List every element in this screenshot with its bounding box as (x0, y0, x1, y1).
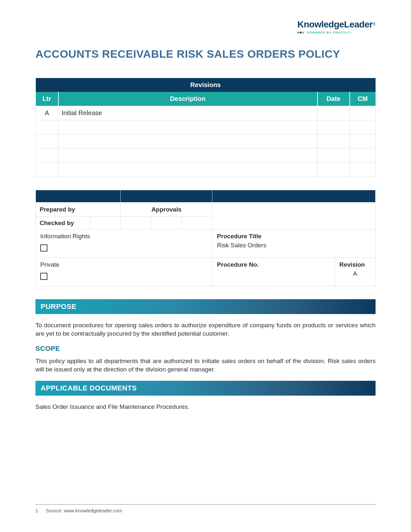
page-footer: 1 Source: www.knowledgeleader.com (35, 504, 376, 513)
meta-header-bar (36, 190, 376, 202)
approval-cell (121, 217, 151, 230)
procedure-title-cell: Procedure Title Risk Sales Orders (212, 230, 376, 258)
revisions-table: Revisions Ltr Description Date CM A Init… (35, 78, 376, 177)
applicable-bar: APPLICABLE DOCUMENTS (35, 381, 376, 396)
meta-blank (212, 202, 376, 230)
revision-cell: Revision A (335, 258, 376, 286)
info-rights-checkbox[interactable] (40, 244, 47, 251)
logo-registered: ® (373, 22, 376, 26)
col-description: Description (58, 92, 318, 106)
checked-by-label: Checked by (36, 217, 90, 230)
footer-source: Source: www.knowledgeleader.com (46, 508, 122, 513)
revision-value: A (339, 270, 371, 277)
col-cm: CM (350, 92, 376, 106)
private-checkbox[interactable] (40, 273, 47, 280)
procedure-no-label: Procedure No. (217, 261, 330, 268)
purpose-bar: PURPOSE (35, 299, 376, 314)
rev-ltr: A (36, 106, 58, 120)
approval-cell (90, 217, 121, 230)
revisions-title: Revisions (36, 78, 376, 92)
procedure-title-value: Risk Sales Orders (217, 242, 371, 249)
rev-cm (350, 106, 376, 120)
table-row (36, 163, 376, 177)
approval-cell (182, 217, 212, 230)
scope-text: This policy applies to all departments t… (35, 357, 376, 373)
approvals-label: Approvals (121, 202, 212, 217)
logo-text: KnowledgeLeader (297, 19, 373, 29)
table-row: A Initial Release (36, 106, 376, 120)
approval-cell (151, 217, 182, 230)
scope-heading: SCOPE (35, 345, 376, 352)
private-label: Private (40, 261, 208, 268)
col-date: Date (318, 92, 350, 106)
prepared-by-label: Prepared by (36, 202, 121, 217)
logo-tagline: POWERED BY PROTIVITI (307, 31, 351, 34)
rev-desc: Initial Release (58, 106, 318, 120)
metadata-table: Prepared by Approvals Checked by Informa… (35, 190, 376, 286)
applicable-text: Sales Order Issuance and File Maintenanc… (35, 403, 376, 411)
table-row (36, 120, 376, 134)
table-row (36, 134, 376, 149)
info-rights-cell: Information Rights (36, 230, 212, 258)
procedure-title-label: Procedure Title (217, 233, 371, 240)
logo-block: KnowledgeLeader® POWERED BY PROTIVITI (35, 19, 376, 35)
col-ltr: Ltr (36, 92, 58, 106)
purpose-text: To document procedures for opening sales… (35, 321, 376, 338)
rev-date (318, 106, 350, 120)
table-row (36, 149, 376, 163)
revision-label: Revision (339, 261, 371, 268)
page-title: ACCOUNTS RECEIVABLE RISK SALES ORDERS PO… (35, 48, 376, 60)
page-number: 1 (35, 508, 38, 513)
procedure-no-cell: Procedure No. (212, 258, 335, 286)
private-cell: Private (36, 258, 212, 286)
info-rights-label: Information Rights (40, 233, 208, 240)
logo-dots-icon (297, 32, 304, 34)
